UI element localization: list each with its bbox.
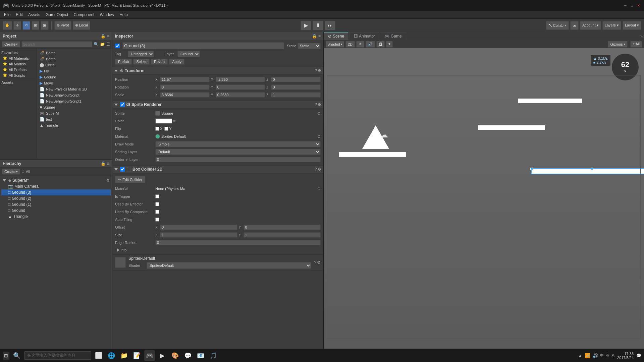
menu-file[interactable]: File	[1, 12, 13, 18]
rot-z-input[interactable]	[271, 84, 321, 90]
taskbar-files[interactable]: 📁	[119, 350, 129, 361]
taskbar-clock[interactable]: 17:33 2017/5/24	[617, 352, 634, 360]
pivot-button[interactable]: ⊕ Pivot	[54, 21, 71, 30]
taskbar-browser[interactable]: 🌐	[106, 350, 117, 361]
select-button[interactable]: Select	[133, 59, 150, 65]
edit-collider-button[interactable]: ✏ Edit Collider	[115, 176, 145, 183]
menu-window[interactable]: Window	[97, 12, 117, 18]
object-enabled-checkbox[interactable]	[115, 44, 120, 48]
draw-mode-dropdown[interactable]: Simple Sliced Tiled	[155, 141, 321, 147]
offset-x-input[interactable]	[160, 225, 237, 230]
sprite-renderer-enabled[interactable]	[120, 102, 125, 107]
flip-y-checkbox[interactable]	[164, 127, 168, 131]
menu-assets[interactable]: Assets	[25, 12, 43, 18]
volume-icon[interactable]: 🔊	[592, 353, 598, 358]
taskbar-vscode[interactable]: 📝	[131, 350, 142, 361]
taskbar-task-view[interactable]: ⬜	[93, 350, 104, 361]
prefab-button[interactable]: Prefab	[115, 59, 132, 65]
tray-arrow-icon[interactable]: ▲	[578, 353, 583, 358]
lock-icon[interactable]: 🔒	[101, 34, 106, 39]
taskbar-search-icon[interactable]: 🔍	[11, 350, 22, 361]
is-trigger-checkbox[interactable]	[155, 194, 159, 198]
hier-ground-2[interactable]: □ Ground (2)	[1, 195, 111, 201]
sorting-layer-dropdown[interactable]: Default	[155, 149, 321, 155]
hier-create-button[interactable]: Create ▾	[2, 169, 20, 175]
taskbar-mail[interactable]: 📧	[195, 350, 206, 361]
color-swatch[interactable]	[155, 118, 172, 124]
tab-animator[interactable]: 🎞 Animator	[349, 32, 379, 40]
offset-y-input[interactable]	[244, 225, 321, 230]
project-create-button[interactable]: Create ▾	[2, 41, 20, 47]
rect-tool-button[interactable]: ▣	[41, 21, 49, 30]
asset-superm[interactable]: 🎮 SuperM	[38, 110, 111, 116]
platform-selected[interactable]	[532, 169, 644, 174]
hand-tool-button[interactable]: ✋	[3, 21, 12, 30]
layout-dropdown[interactable]: Layout ▾	[623, 21, 641, 30]
shader-dropdown[interactable]: Sprites/Default	[147, 262, 311, 269]
hier-scene-actions[interactable]: ⚙	[106, 179, 109, 182]
hier-main-camera[interactable]: 📷 Main Camera	[1, 183, 111, 189]
layers-dropdown[interactable]: Layers ▾	[602, 21, 621, 30]
menu-edit[interactable]: Edit	[13, 12, 25, 18]
sprite-renderer-help-icon[interactable]: ?	[315, 102, 317, 107]
platform-middle-right[interactable]	[478, 125, 545, 130]
taskbar-audio[interactable]: 🎵	[208, 350, 219, 361]
account-dropdown[interactable]: Account ▾	[580, 21, 601, 30]
step-button[interactable]: ⏭	[325, 21, 335, 30]
pos-z-input[interactable]	[271, 77, 321, 82]
taskbar-search-box[interactable]: 在这里输入你要搜索的内容	[24, 351, 91, 360]
flip-x-checkbox[interactable]	[155, 127, 159, 131]
edge-radius-input[interactable]	[155, 240, 321, 245]
more-icon[interactable]: ≡	[107, 34, 109, 39]
box-collider-enabled[interactable]	[120, 167, 125, 172]
platform-top-right[interactable]	[518, 99, 582, 103]
asset-square[interactable]: ■ Square	[38, 104, 111, 110]
start-button[interactable]: ⊞	[3, 352, 9, 360]
sprites-default-settings-icon[interactable]: ⚙	[317, 260, 321, 265]
rot-x-input[interactable]	[160, 84, 210, 90]
asset-triangle[interactable]: ▲ Triangle	[38, 122, 111, 128]
gizmos-button[interactable]: Gizmos ▾	[608, 41, 627, 48]
pos-x-input[interactable]	[160, 77, 210, 82]
sprite-select-icon[interactable]: ⊙	[317, 111, 321, 116]
flip-x-label[interactable]: X	[155, 127, 162, 131]
sogou-icon[interactable]: S	[611, 353, 614, 358]
project-search-input[interactable]	[21, 41, 92, 47]
shaded-dropdown[interactable]: Shaded ▾	[326, 41, 344, 48]
box-collider-header[interactable]: ⬛ Box Collider 2D ? ⚙	[112, 166, 323, 173]
taskbar-photoshop[interactable]: 🎨	[170, 350, 180, 361]
asset-bomb-2[interactable]: 💣 Bomb	[38, 56, 111, 62]
used-composite-checkbox[interactable]	[155, 210, 159, 214]
transform-settings-icon[interactable]: ⚙	[318, 68, 321, 73]
box-collider-help-icon[interactable]: ?	[315, 167, 317, 172]
transform-help-icon[interactable]: ?	[315, 68, 317, 73]
sprite-renderer-header[interactable]: 🖼 Sprite Renderer ? ⚙	[112, 101, 323, 109]
asset-fly[interactable]: ▶ Fly	[38, 68, 111, 74]
asset-move[interactable]: ▶ Move	[38, 80, 111, 86]
scene-tab-more-icon[interactable]: »	[639, 33, 644, 40]
tab-game[interactable]: 🎮 Game	[380, 32, 406, 40]
scale-tool-button[interactable]: ⊞	[32, 21, 39, 30]
platform-left-middle[interactable]	[339, 152, 406, 157]
close-button[interactable]: ✕	[636, 3, 641, 8]
audio-button[interactable]: 🔊	[366, 41, 375, 48]
size-y-input[interactable]	[244, 232, 321, 238]
light-button[interactable]: ☀	[356, 41, 364, 48]
size-x-input[interactable]	[160, 232, 237, 238]
flip-y-label[interactable]: Y	[164, 127, 171, 131]
inspector-lock-icon[interactable]: 🔒	[312, 34, 317, 39]
network-icon[interactable]: 📶	[585, 353, 590, 358]
more-effects-button[interactable]: ▾	[386, 41, 393, 48]
taskbar-wechat[interactable]: 💬	[182, 350, 193, 361]
revert-button[interactable]: Revert	[151, 59, 168, 65]
maximize-button[interactable]: □	[629, 3, 635, 8]
handle-left[interactable]	[530, 168, 533, 170]
menu-gameobject[interactable]: GameObject	[43, 12, 71, 18]
taskbar-player[interactable]: ▶	[157, 350, 168, 361]
auto-tiling-checkbox[interactable]	[155, 218, 159, 222]
sprites-default-help-icon[interactable]: ?	[314, 260, 316, 265]
fav-all-scripts[interactable]: ⭐ All Scripts	[1, 72, 35, 78]
ime-chinese-icon[interactable]: 中	[600, 353, 604, 358]
collab-button[interactable]: ⛏ Collab ▾	[546, 21, 569, 30]
hier-lock-icon[interactable]: 🔒	[101, 161, 106, 166]
